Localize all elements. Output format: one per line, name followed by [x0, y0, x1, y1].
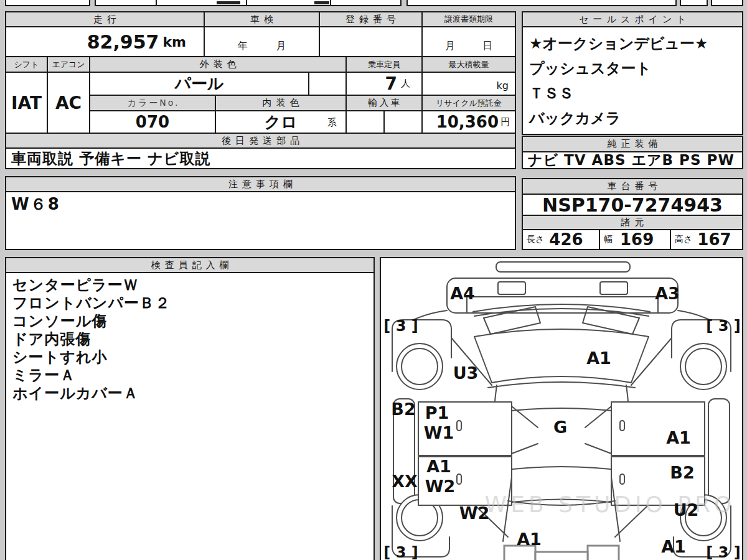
transfer-deadline-value-cell: 月 日: [421, 26, 516, 57]
cutoff-text-remnant: [314, 1, 329, 4]
mileage-header: 走行: [5, 11, 205, 27]
inspector-note: フロントバンパーＢ２: [12, 294, 367, 312]
recycle-deposit-unit: 円: [500, 116, 510, 128]
car-top-view-diagram: WEB STUDIO PRO A4 A3 [ 3 ] [ 3 ] A1 U3 G…: [381, 258, 742, 560]
inspection-year-label: 年: [238, 40, 248, 53]
damage-label-right-b2: B2: [670, 463, 694, 482]
damage-label-left-door-a1: A1: [426, 457, 451, 476]
import-car-cell-2: [383, 110, 423, 134]
left-bumper-corner-line: [413, 310, 447, 320]
cutoff-row-divider: [156, 0, 157, 6]
spec-length-label: 長さ: [527, 234, 544, 245]
cutoff-row-cell: [711, 0, 743, 6]
shift-value: IAT: [5, 72, 48, 134]
chassis-value: NSP170-7274943: [522, 194, 743, 216]
tread-depth-rear-right: [ 3 ]: [706, 544, 740, 560]
damage-label-p1: P1: [425, 403, 449, 422]
sales-point-item: バックカメラ: [529, 106, 736, 131]
inspector-note: シートすれ小: [12, 348, 367, 366]
cutoff-row-cell: [95, 0, 402, 6]
sales-point-item: ＴＳＳ: [529, 81, 736, 106]
mileage-unit: km: [162, 34, 186, 50]
registration-value-cell: [319, 26, 423, 57]
tread-depth-front-right: [ 3 ]: [706, 317, 740, 335]
inspector-notes-box: センターピラーＷ フロントバンパーＢ２ コンソール傷 ドア内張傷 シートすれ小 …: [5, 272, 375, 560]
front-strip-shape: [496, 262, 630, 272]
spec-height-cell: 高さ 167: [670, 229, 743, 250]
max-load-value-cell: kg: [421, 72, 516, 96]
damage-label-rear-right-a1: A1: [661, 537, 686, 556]
spec-width-label: 幅: [604, 234, 613, 245]
oem-equipment-value: ナビ TV ABS エアB PS PW: [522, 151, 743, 169]
exterior-color-value: パール: [89, 72, 309, 96]
sales-points-header: セールスポイント: [522, 11, 743, 27]
interior-color-header: 内装色: [215, 95, 347, 111]
capacity-value-cell: 7 人: [345, 72, 423, 96]
spec-length-value: 426: [549, 230, 583, 249]
capacity-value: 7: [385, 73, 397, 94]
notes-value-cell: W６8: [5, 191, 516, 250]
damage-label-u3: U3: [453, 363, 479, 383]
cutoff-row-cell: [406, 0, 677, 6]
import-car-cell-1: [345, 110, 385, 134]
door-connector-line: [585, 444, 611, 454]
recycle-deposit-value-cell: 10,360 円: [421, 110, 516, 134]
damage-label-a3: A3: [655, 284, 680, 303]
damage-label-rear-w2: W2: [459, 503, 490, 523]
notes-header: 注意事項欄: [5, 176, 516, 192]
mileage-value-cell: 82,957 km: [5, 26, 205, 57]
inspector-note: ミラーＡ: [12, 366, 367, 385]
registration-header: 登録番号: [319, 11, 423, 27]
interior-color-suffix: 系: [327, 117, 337, 129]
cowl-curve: [488, 382, 635, 388]
damage-label-xx: XX: [392, 472, 418, 491]
damage-label-left-b2: B2: [391, 399, 415, 419]
rear-bumper-right-piece: [588, 546, 619, 560]
later-parts-header: 後日発送部品: [5, 133, 516, 149]
cutoff-text-remnant: [217, 1, 240, 4]
capacity-unit: 人: [401, 78, 410, 90]
rear-bumper-center-piece: [535, 552, 588, 560]
spec-height-value: 167: [697, 230, 731, 249]
transfer-deadline-header: 譲渡書類期限: [421, 11, 516, 27]
capacity-header: 乗車定員: [345, 56, 423, 73]
sales-points-list: ★オークションデビュー★ プッシュスタート ＴＳＳ バックカメラ: [522, 26, 743, 135]
tread-depth-front-left: [ 3 ]: [383, 317, 418, 335]
mileage-value: 82,957: [87, 31, 159, 53]
damage-label-w1: W1: [424, 423, 454, 442]
recycle-deposit-value: 10,360: [436, 113, 499, 131]
damage-label-windshield-a1: A1: [586, 348, 611, 368]
inspector-note: コンソール傷: [12, 312, 367, 330]
inspection-month-label: 月: [276, 40, 286, 53]
damage-label-left-door-w2: W2: [425, 477, 456, 496]
damage-label-rear-a1: A1: [517, 530, 542, 549]
car-diagram-box: WEB STUDIO PRO A4 A3 [ 3 ] [ 3 ] A1 U3 G…: [380, 257, 743, 560]
color-no-header: カラーNo.: [89, 95, 216, 111]
damage-label-a4: A4: [450, 284, 475, 303]
transfer-month-label: 月: [445, 40, 455, 53]
recycle-deposit-header: リサイクル預託金: [421, 95, 516, 111]
inspector-note: センターピラーＷ: [12, 276, 367, 294]
interior-color-value-cell: クロ 系: [215, 110, 347, 134]
inspector-header: 検査員記入欄: [5, 257, 375, 273]
inspection-header: 車検: [204, 11, 320, 27]
interior-color-value: クロ: [264, 111, 297, 133]
damage-label-u2: U2: [674, 500, 699, 520]
notes-value: W６8: [11, 194, 60, 215]
front-right-wheel: [680, 343, 726, 390]
oem-equipment-header: 純正装備: [522, 136, 743, 152]
rear-seat-curve: [497, 467, 626, 471]
cutoff-row-cell: [680, 0, 708, 6]
chassis-header: 車台番号: [522, 178, 743, 195]
inspection-value-cell: 年 月: [204, 26, 320, 57]
specs-header: 諸元: [522, 215, 743, 230]
transfer-day-label: 日: [482, 40, 492, 53]
spec-height-label: 高さ: [675, 234, 692, 245]
right-bumper-corner-line: [678, 310, 710, 320]
cutoff-row-cell: [5, 0, 90, 6]
later-parts-value: 車両取説 予備キー ナビ取説: [5, 147, 516, 169]
windshield-shape: [474, 329, 649, 383]
cutoff-row-divider: [330, 0, 331, 6]
exterior-color-extra-cell: [308, 72, 347, 96]
spec-width-cell: 幅 169: [599, 229, 671, 250]
